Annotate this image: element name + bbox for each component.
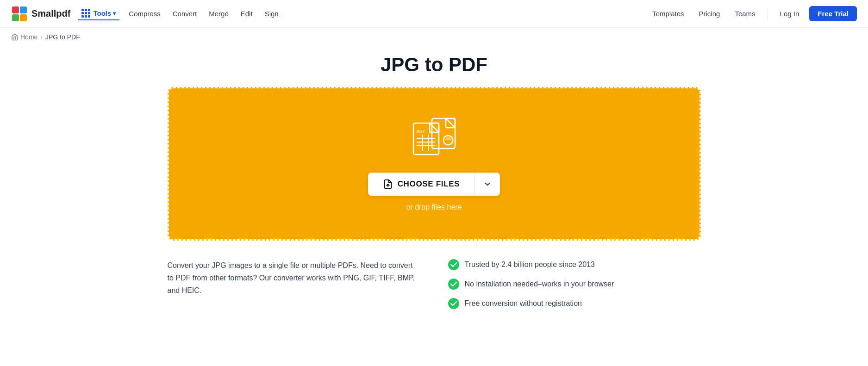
description-paragraph: Convert your JPG images to a single file… xyxy=(168,259,420,297)
breadcrumb-home-link[interactable]: Home xyxy=(11,33,37,41)
upload-dropzone[interactable]: PDF CHOOSE FILES xyxy=(168,87,701,241)
features-list: Trusted by 2.4 billion people since 2013… xyxy=(448,259,701,309)
nav-divider xyxy=(768,7,768,21)
breadcrumb-current: JPG to PDF xyxy=(45,33,80,41)
feature-item-1: No installation needed–works in your bro… xyxy=(448,279,701,290)
choose-files-row: CHOOSE FILES xyxy=(368,173,500,196)
nav-merge[interactable]: Merge xyxy=(203,8,234,19)
nav-right-links: Templates Pricing Teams xyxy=(646,8,762,19)
nav-teams[interactable]: Teams xyxy=(728,8,762,19)
drop-hint: or drop files here xyxy=(406,203,462,211)
breadcrumb-home-label: Home xyxy=(20,33,37,41)
chevron-down-icon xyxy=(483,180,492,188)
feature-text-2: Free conversion without registration xyxy=(465,299,582,308)
check-circle-icon-0 xyxy=(448,259,459,270)
nav-convert[interactable]: Convert xyxy=(167,8,203,19)
tools-label: Tools xyxy=(93,9,111,17)
feature-item-2: Free conversion without registration xyxy=(448,298,701,309)
check-circle-icon-1 xyxy=(448,279,459,290)
feature-text-1: No installation needed–works in your bro… xyxy=(465,280,614,288)
choose-files-button[interactable]: CHOOSE FILES xyxy=(368,173,475,196)
choose-files-dropdown-button[interactable] xyxy=(475,173,500,196)
choose-files-label: CHOOSE FILES xyxy=(398,180,460,189)
svg-point-17 xyxy=(448,259,459,270)
feature-text-0: Trusted by 2.4 billion people since 2013 xyxy=(465,261,595,269)
upload-file-icon: PDF xyxy=(406,116,462,158)
logo-icon xyxy=(11,6,28,22)
description-text: Convert your JPG images to a single file… xyxy=(168,259,420,297)
breadcrumb: Home › JPG to PDF xyxy=(0,28,868,46)
svg-rect-4 xyxy=(20,14,27,21)
logo-link[interactable]: Smallpdf xyxy=(11,6,70,22)
tools-button[interactable]: Tools ▾ xyxy=(78,7,119,20)
home-icon xyxy=(11,33,19,41)
below-fold: Convert your JPG images to a single file… xyxy=(156,259,712,337)
breadcrumb-separator: › xyxy=(40,33,43,41)
nav-compress[interactable]: Compress xyxy=(123,8,166,19)
nav-right: Templates Pricing Teams Log In Free Tria… xyxy=(646,6,857,21)
nav-pricing[interactable]: Pricing xyxy=(693,8,727,19)
navbar: Smallpdf Tools ▾ Compress Convert Merge … xyxy=(0,0,868,28)
svg-rect-3 xyxy=(12,14,19,21)
file-icons: PDF xyxy=(406,116,462,160)
check-circle-icon-2 xyxy=(448,298,459,309)
nav-sign[interactable]: Sign xyxy=(259,8,284,19)
grid-icon xyxy=(81,9,90,18)
file-upload-icon xyxy=(383,179,393,189)
svg-point-18 xyxy=(448,279,459,290)
upload-container: PDF CHOOSE FILES xyxy=(156,87,712,241)
tools-chevron-icon: ▾ xyxy=(113,10,116,17)
svg-rect-2 xyxy=(20,6,27,13)
login-button[interactable]: Log In xyxy=(774,7,806,20)
feature-item-0: Trusted by 2.4 billion people since 2013 xyxy=(448,259,701,270)
logo-text: Smallpdf xyxy=(31,8,70,19)
nav-edit[interactable]: Edit xyxy=(235,8,258,19)
nav-links: Compress Convert Merge Edit Sign xyxy=(123,8,284,19)
nav-templates[interactable]: Templates xyxy=(646,8,690,19)
free-trial-button[interactable]: Free Trial xyxy=(809,6,857,21)
svg-rect-1 xyxy=(12,6,19,13)
svg-text:PDF: PDF xyxy=(417,130,425,134)
svg-point-19 xyxy=(448,298,459,309)
page-title: JPG to PDF xyxy=(0,54,868,76)
